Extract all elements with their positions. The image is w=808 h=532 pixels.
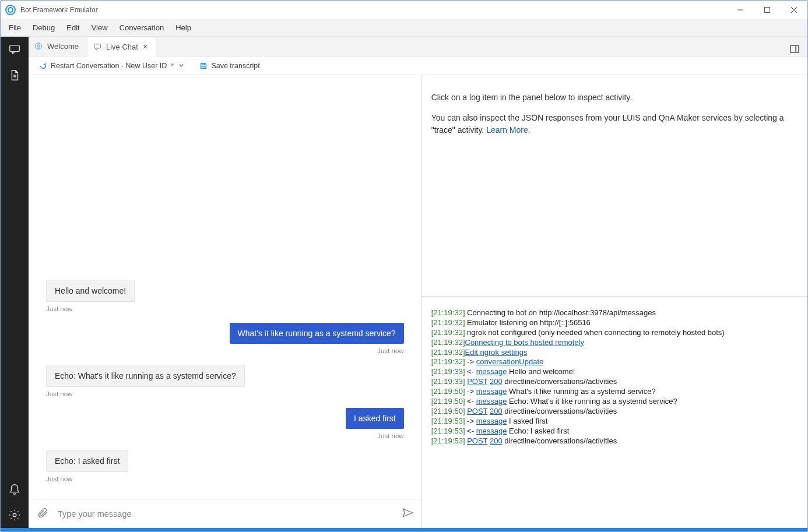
message-timestamp: Just now xyxy=(377,432,403,439)
log-link[interactable]: message xyxy=(476,387,507,396)
svg-rect-1 xyxy=(765,7,770,12)
log-line[interactable]: [21:19:32]Connecting to bots hosted remo… xyxy=(431,338,798,348)
tab-welcome[interactable]: Welcome xyxy=(29,36,87,56)
chat-panel: Hello and welcome!Just nowWhat's it like… xyxy=(29,75,422,528)
chat-input[interactable] xyxy=(57,509,394,519)
close-icon[interactable]: × xyxy=(143,42,147,51)
log-line[interactable]: [21:19:32]Edit ngrok settings xyxy=(431,348,798,358)
inspector-panel: Click on a log item in the panel below t… xyxy=(422,75,807,297)
maximize-button[interactable] xyxy=(754,1,781,19)
live-chat-toolbar: Restart Conversation - New User ID Save … xyxy=(29,57,807,75)
restart-conversation-button[interactable]: Restart Conversation - New User ID xyxy=(39,62,184,70)
log-line[interactable]: [21:19:33] <- message Hello and welcome! xyxy=(431,367,798,377)
menu-edit[interactable]: Edit xyxy=(61,21,85,34)
log-line[interactable]: [21:19:32] -> conversationUpdate xyxy=(431,357,798,367)
log-line[interactable]: [21:19:50] POST 200 directline/conversat… xyxy=(431,407,798,417)
rail-chat-button[interactable] xyxy=(1,37,29,62)
message-bubble: I asked first xyxy=(346,408,404,429)
save-transcript-label: Save transcript xyxy=(211,62,259,70)
message-timestamp: Just now xyxy=(46,390,72,397)
rail-resources-button[interactable] xyxy=(1,62,29,88)
svg-rect-13 xyxy=(202,63,205,65)
user-message[interactable]: What's it like running as a systemd serv… xyxy=(46,323,404,354)
message-timestamp: Just now xyxy=(46,475,72,482)
svg-point-8 xyxy=(36,43,42,50)
menu-conversation[interactable]: Conversation xyxy=(114,21,170,34)
log-link[interactable]: 200 xyxy=(490,436,503,445)
message-bubble: Echo: What's it like running as a system… xyxy=(46,365,245,387)
user-message[interactable]: I asked firstJust now xyxy=(46,408,404,439)
status-bar xyxy=(1,528,807,531)
svg-rect-10 xyxy=(94,44,101,48)
menu-help[interactable]: Help xyxy=(170,21,197,34)
log-line[interactable]: [21:19:33] POST 200 directline/conversat… xyxy=(431,377,798,387)
log-line[interactable]: [21:19:50] -> message What's it like run… xyxy=(431,387,798,397)
menu-view[interactable]: View xyxy=(86,21,114,34)
log-line[interactable]: [21:19:32] Emulator listening on http://… xyxy=(431,318,798,328)
log-link[interactable]: conversationUpdate xyxy=(476,357,544,366)
log-link[interactable]: Connecting to bots hosted remotely xyxy=(465,338,585,347)
app-title: Bot Framework Emulator xyxy=(20,6,98,14)
bot-message[interactable]: Echo: I asked firstJust now xyxy=(46,450,404,482)
app-icon xyxy=(5,5,16,15)
restart-conversation-label: Restart Conversation - New User ID xyxy=(51,62,167,70)
menubar: FileDebugEditViewConversationHelp xyxy=(1,19,807,37)
close-window-button[interactable] xyxy=(781,1,807,19)
titlebar: Bot Framework Emulator xyxy=(1,1,807,19)
log-link[interactable]: POST xyxy=(467,436,487,445)
message-timestamp: Just now xyxy=(46,305,72,312)
log-line[interactable]: [21:19:53] <- message Echo: I asked firs… xyxy=(431,427,798,436)
message-timestamp: Just now xyxy=(377,347,403,354)
log-line[interactable]: [21:19:53] -> message I asked first xyxy=(431,417,798,427)
message-bubble: Echo: I asked first xyxy=(46,450,128,472)
minimize-button[interactable] xyxy=(727,1,754,19)
log-link[interactable]: 200 xyxy=(490,377,503,386)
tab-strip: WelcomeLive Chat× xyxy=(29,37,807,57)
menu-debug[interactable]: Debug xyxy=(27,21,61,34)
panel-layout-button[interactable] xyxy=(782,44,807,56)
rail-notifications-button[interactable] xyxy=(1,477,29,502)
log-link[interactable]: 200 xyxy=(490,407,503,415)
log-link[interactable]: message xyxy=(476,427,507,435)
svg-point-9 xyxy=(37,45,40,47)
log-line[interactable]: [21:19:32] Connecting to bot on http://l… xyxy=(431,308,798,318)
svg-rect-11 xyxy=(791,45,799,52)
log-panel[interactable]: [21:19:32] Connecting to bot on http://l… xyxy=(422,297,807,528)
bot-message[interactable]: Echo: What's it like running as a system… xyxy=(46,365,404,397)
log-line[interactable]: [21:19:53] POST 200 directline/conversat… xyxy=(431,436,798,446)
left-rail xyxy=(1,37,29,528)
svg-rect-14 xyxy=(202,66,205,68)
tab-live-chat[interactable]: Live Chat× xyxy=(87,37,156,57)
svg-marker-15 xyxy=(403,509,413,516)
log-link[interactable]: message xyxy=(476,397,507,406)
rail-settings-button[interactable] xyxy=(1,502,29,528)
log-link[interactable]: Edit ngrok settings xyxy=(465,348,528,357)
inspector-hint-2: You can also inspect the JSON responses … xyxy=(431,112,798,136)
log-line[interactable]: [21:19:50] <- message Echo: What's it li… xyxy=(431,397,798,407)
log-line[interactable]: [21:19:32] ngrok not configured (only ne… xyxy=(431,328,798,338)
right-panel: Click on a log item in the panel below t… xyxy=(422,75,807,528)
chevron-down-icon xyxy=(170,62,184,70)
message-bubble: Hello and welcome! xyxy=(46,280,135,302)
attach-icon[interactable] xyxy=(37,507,48,521)
bot-message[interactable]: Hello and welcome!Just now xyxy=(46,280,404,312)
learn-more-link[interactable]: Learn More xyxy=(486,125,528,135)
svg-point-7 xyxy=(13,513,16,517)
chat-input-bar xyxy=(29,499,421,528)
chat-log[interactable]: Hello and welcome!Just nowWhat's it like… xyxy=(29,75,421,499)
svg-rect-4 xyxy=(10,45,20,52)
menu-file[interactable]: File xyxy=(3,21,27,34)
send-icon[interactable] xyxy=(402,507,413,521)
log-link[interactable]: POST xyxy=(467,407,487,415)
log-link[interactable]: message xyxy=(476,367,507,376)
message-bubble: What's it like running as a systemd serv… xyxy=(230,323,404,344)
log-link[interactable]: POST xyxy=(467,377,487,386)
tab-label: Welcome xyxy=(47,42,79,51)
save-transcript-button[interactable]: Save transcript xyxy=(199,62,259,70)
tab-label: Live Chat xyxy=(106,43,138,51)
inspector-hint-1: Click on a log item in the panel below t… xyxy=(431,91,798,104)
log-link[interactable]: message xyxy=(476,417,507,425)
